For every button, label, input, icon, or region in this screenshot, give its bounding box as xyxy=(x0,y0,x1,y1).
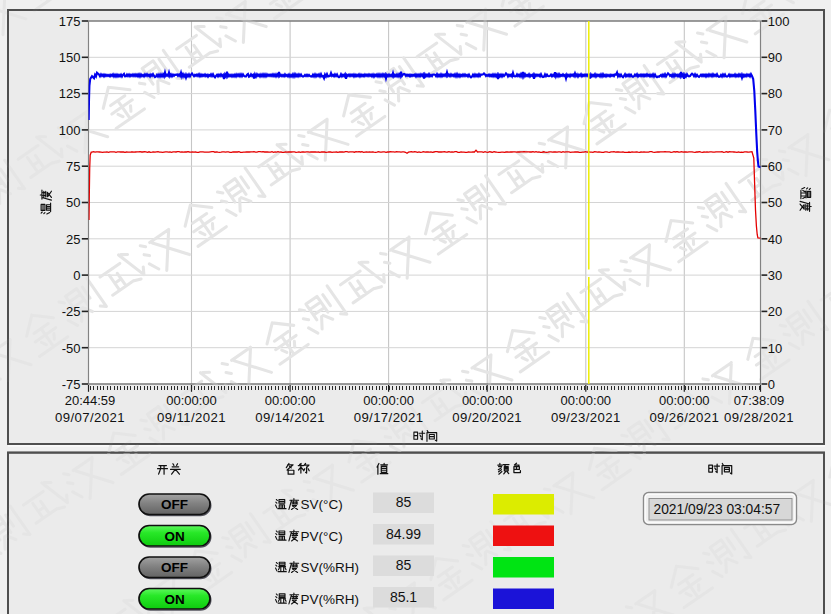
svg-text:00:00:00: 00:00:00 xyxy=(560,393,611,408)
svg-text:60: 60 xyxy=(768,159,782,174)
svg-text:75: 75 xyxy=(66,159,80,174)
svg-text:85: 85 xyxy=(396,557,412,573)
svg-text:ON: ON xyxy=(164,529,184,544)
svg-text:-25: -25 xyxy=(62,304,81,319)
svg-text:09/14/2021: 09/14/2021 xyxy=(255,410,325,425)
svg-text:-75: -75 xyxy=(62,377,81,392)
svg-text:09/28/2021: 09/28/2021 xyxy=(724,410,794,425)
svg-text:09/23/2021: 09/23/2021 xyxy=(551,410,621,425)
svg-text:0: 0 xyxy=(73,268,80,283)
svg-text:00:00:00: 00:00:00 xyxy=(462,393,513,408)
svg-text:20: 20 xyxy=(768,304,782,319)
svg-text:70: 70 xyxy=(768,123,782,138)
svg-text:09/20/2021: 09/20/2021 xyxy=(452,410,522,425)
svg-text:175: 175 xyxy=(59,14,81,29)
svg-text:00:00:00: 00:00:00 xyxy=(659,393,710,408)
svg-text:50: 50 xyxy=(768,195,782,210)
svg-text:84.99: 84.99 xyxy=(386,526,421,542)
svg-text:40: 40 xyxy=(768,232,782,247)
svg-text:09/11/2021: 09/11/2021 xyxy=(157,410,226,425)
svg-text:85: 85 xyxy=(396,494,412,510)
svg-text:100: 100 xyxy=(768,14,790,29)
svg-text:09/17/2021: 09/17/2021 xyxy=(354,410,424,425)
svg-text:2021/09/23 03:04:57: 2021/09/23 03:04:57 xyxy=(654,502,781,517)
svg-text:30: 30 xyxy=(768,268,782,283)
svg-text:SV(°C): SV(°C) xyxy=(301,497,343,512)
svg-text:80: 80 xyxy=(768,86,782,101)
svg-text:125: 125 xyxy=(59,86,81,101)
svg-text:150: 150 xyxy=(59,50,81,65)
svg-text:OFF: OFF xyxy=(161,560,188,575)
svg-text:0: 0 xyxy=(768,377,775,392)
svg-text:-50: -50 xyxy=(62,341,81,356)
svg-text:25: 25 xyxy=(66,232,80,247)
svg-text:OFF: OFF xyxy=(161,497,188,512)
svg-text:09/26/2021: 09/26/2021 xyxy=(649,410,719,425)
svg-text:PV(°C): PV(°C) xyxy=(301,529,343,544)
svg-text:20:44:59: 20:44:59 xyxy=(65,393,116,408)
svg-text:90: 90 xyxy=(768,50,782,65)
svg-text:10: 10 xyxy=(768,341,782,356)
svg-text:07:38:09: 07:38:09 xyxy=(734,393,785,408)
svg-text:00:00:00: 00:00:00 xyxy=(166,393,217,408)
svg-text:100: 100 xyxy=(59,123,81,138)
svg-text:SV(%RH): SV(%RH) xyxy=(301,560,360,575)
svg-text:00:00:00: 00:00:00 xyxy=(363,393,414,408)
svg-text:00:00:00: 00:00:00 xyxy=(265,393,316,408)
svg-text:ON: ON xyxy=(164,592,184,607)
svg-text:50: 50 xyxy=(66,195,80,210)
svg-text:09/07/2021: 09/07/2021 xyxy=(55,410,125,425)
svg-text:85.1: 85.1 xyxy=(390,589,417,605)
svg-text:PV(%RH): PV(%RH) xyxy=(301,592,360,607)
